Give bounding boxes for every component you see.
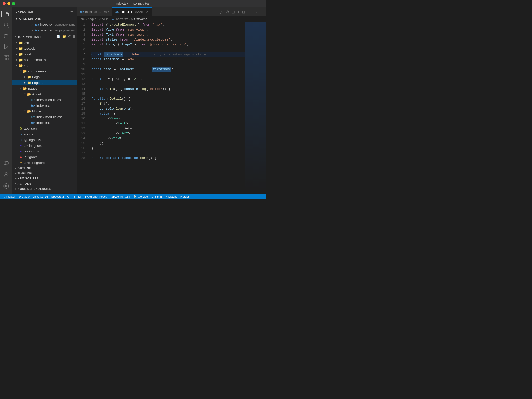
- tree-item-prettierignore[interactable]: ✦ .prettierignore: [12, 160, 77, 165]
- node-deps-label: NODE DEPENDENCIES: [18, 187, 51, 190]
- tree-label-eslintignore: .eslintignore: [24, 144, 42, 148]
- tree-label-node-modules: node_modules: [24, 58, 46, 62]
- settings-activity-icon[interactable]: [1, 181, 11, 191]
- open-editor-close-about[interactable]: ✕: [30, 29, 34, 32]
- tree-item-gitignore[interactable]: ◆ .gitignore: [12, 154, 77, 160]
- tab-layout-icon[interactable]: ⊟: [242, 9, 246, 15]
- new-file-icon[interactable]: 📄: [56, 34, 61, 39]
- tab-about[interactable]: tsx index.tsx ../About ✕: [112, 7, 152, 16]
- status-prettier[interactable]: Prettier: [178, 194, 190, 200]
- folder-icon-logo10: 📁: [27, 81, 31, 85]
- error-count: 0: [22, 195, 23, 198]
- open-editor-home[interactable]: ✕ tsx index.tsx src/pages/Home: [12, 22, 77, 28]
- tree-item-node-modules[interactable]: ▶ 📁 node_modules: [12, 57, 77, 63]
- new-folder-icon[interactable]: 📁: [62, 34, 67, 39]
- sidebar-more-icon[interactable]: ···: [69, 9, 74, 14]
- tree-item-eslintignore[interactable]: ● .eslintignore: [12, 143, 77, 148]
- tree-item-components[interactable]: ▼ 📂 components: [12, 68, 77, 74]
- close-button[interactable]: [3, 2, 6, 5]
- tree-item-build[interactable]: ▶ 📁 build: [12, 51, 77, 57]
- tree-item-appjson[interactable]: {} app.json: [12, 125, 77, 131]
- history-icon[interactable]: ⏱: [225, 9, 230, 15]
- window-controls[interactable]: [3, 2, 15, 5]
- outline-section[interactable]: ▶ OUTLINE: [12, 165, 77, 171]
- tree-item-eslintrc[interactable]: ● .eslintrc.js: [12, 148, 77, 154]
- open-editors-label: OPEN EDITORS: [19, 17, 41, 20]
- source-control-activity-icon[interactable]: [1, 31, 11, 41]
- status-position[interactable]: Ln 7, Col 16: [31, 194, 50, 200]
- timeline-section[interactable]: ▶ TIMELINE: [12, 171, 77, 176]
- tree-item-pages[interactable]: ▼ 📂 pages: [12, 85, 77, 91]
- status-line-ending[interactable]: LF: [77, 194, 83, 200]
- split-icon[interactable]: ⊡: [231, 9, 235, 15]
- status-language[interactable]: TypeScript React: [83, 194, 108, 200]
- account-activity-icon[interactable]: [1, 169, 11, 180]
- status-encoding[interactable]: UTF-8: [65, 194, 77, 200]
- tree-item-src[interactable]: ▼ 📂 src: [12, 63, 77, 68]
- status-errors[interactable]: ⊗ 0 ⚠ 0: [17, 194, 31, 200]
- open-editor-close-home[interactable]: ✕: [30, 23, 34, 26]
- refresh-icon[interactable]: ↺: [67, 34, 71, 39]
- folder-icon-logo: 📁: [27, 75, 31, 79]
- code-line-10: const name = lastName + ' ' + firstName;: [91, 67, 245, 72]
- breadcrumb-src[interactable]: src: [81, 17, 85, 21]
- remote-activity-icon[interactable]: [1, 158, 11, 168]
- actions-section[interactable]: ▶ ACTIONS: [12, 181, 77, 186]
- maximize-button[interactable]: [12, 2, 15, 5]
- tab-close-about[interactable]: ✕: [145, 10, 149, 14]
- tree-label-build: build: [24, 52, 31, 56]
- tree-item-about-tsx[interactable]: tsx index.tsx: [12, 103, 77, 108]
- folder-icon-vscode: 📁: [19, 46, 23, 50]
- svg-rect-8: [4, 58, 6, 60]
- sidebar-header-icons: ···: [69, 9, 74, 14]
- status-eslint[interactable]: ✓ ESLint: [163, 194, 178, 200]
- status-golive[interactable]: 📡 Go Live: [132, 194, 149, 200]
- explorer-activity-icon[interactable]: [1, 9, 11, 19]
- add-tab-icon[interactable]: +: [237, 9, 240, 15]
- breadcrumb-about[interactable]: About: [99, 17, 108, 21]
- breadcrumb-symbol[interactable]: firstName: [134, 17, 147, 21]
- status-branch[interactable]: ⑂ master: [2, 194, 17, 200]
- sidebar-title: EXPLORER: [16, 10, 34, 13]
- tab-home[interactable]: tsx index.tsx ../Home: [77, 7, 112, 16]
- tree-item-about-css[interactable]: css index.module.css: [12, 97, 77, 103]
- tree-item-appts[interactable]: ts app.ts: [12, 131, 77, 137]
- run-icon[interactable]: ▷: [220, 9, 223, 15]
- node-dependencies-section[interactable]: ▶ NODE DEPENDENCIES: [12, 186, 77, 191]
- extensions-activity-icon[interactable]: [1, 52, 11, 63]
- tree-label-home-css: index.module.css: [36, 115, 62, 119]
- status-appworks[interactable]: AppWorks 4.2.4: [108, 194, 132, 200]
- tree-item-typings[interactable]: ts typings.d.ts: [12, 137, 77, 143]
- collapse-all-icon[interactable]: ⊟: [72, 34, 76, 39]
- code-editor[interactable]: 1 2 3 4 5 6 7 8 9 10 11 12 13 14 15 16 1: [77, 22, 266, 194]
- tree-item-home[interactable]: ▼ 📂 Home: [12, 108, 77, 114]
- tab-nav-right[interactable]: →: [254, 9, 258, 15]
- run-debug-activity-icon[interactable]: [1, 42, 11, 52]
- open-editor-about[interactable]: ✕ tsx index.tsx src/pages/About: [12, 28, 77, 33]
- project-header[interactable]: ▼ RAX-MPA-TEST 📄 📁 ↺ ⊟: [12, 33, 77, 40]
- npm-scripts-section[interactable]: ▶ NPM SCRIPTS: [12, 176, 77, 181]
- no-chevron-8: [15, 143, 19, 148]
- code-content[interactable]: import { createElement } from 'rax'; imp…: [90, 22, 245, 194]
- search-activity-icon[interactable]: [1, 20, 11, 30]
- tree-item-logo[interactable]: ▶ 📁 Logo: [12, 74, 77, 80]
- tree-item-vscode[interactable]: ▶ 📁 .vscode: [12, 45, 77, 51]
- tab-more-icon[interactable]: ···: [260, 9, 264, 15]
- tree-item-logo10[interactable]: ▶ 📁 Logo10: [12, 80, 77, 85]
- ln-17: 17: [77, 101, 87, 106]
- open-editors-header[interactable]: ▼ OPEN EDITORS: [12, 16, 77, 22]
- breadcrumb-file[interactable]: index.tsx: [115, 17, 128, 21]
- tree-item-about[interactable]: ▼ 📂 About: [12, 91, 77, 97]
- tab-nav-left[interactable]: ←: [247, 9, 252, 15]
- status-spaces[interactable]: Spaces: 2: [50, 194, 65, 200]
- status-timer[interactable]: ⏱ 8 min: [149, 194, 163, 200]
- tree-label-appjson: app.json: [24, 127, 37, 130]
- tree-item-rax[interactable]: ▶ 📁 .rax: [12, 40, 77, 45]
- tree-item-home-tsx[interactable]: tsx index.tsx: [12, 120, 77, 125]
- tree-item-home-css[interactable]: css index.module.css: [12, 114, 77, 120]
- breadcrumb-pages[interactable]: pages: [88, 17, 96, 21]
- line-ending-text: LF: [78, 195, 82, 198]
- open-editor-path-home: src/pages/Home: [55, 23, 75, 26]
- minimize-button[interactable]: [7, 2, 10, 5]
- code-line-9: [91, 62, 245, 67]
